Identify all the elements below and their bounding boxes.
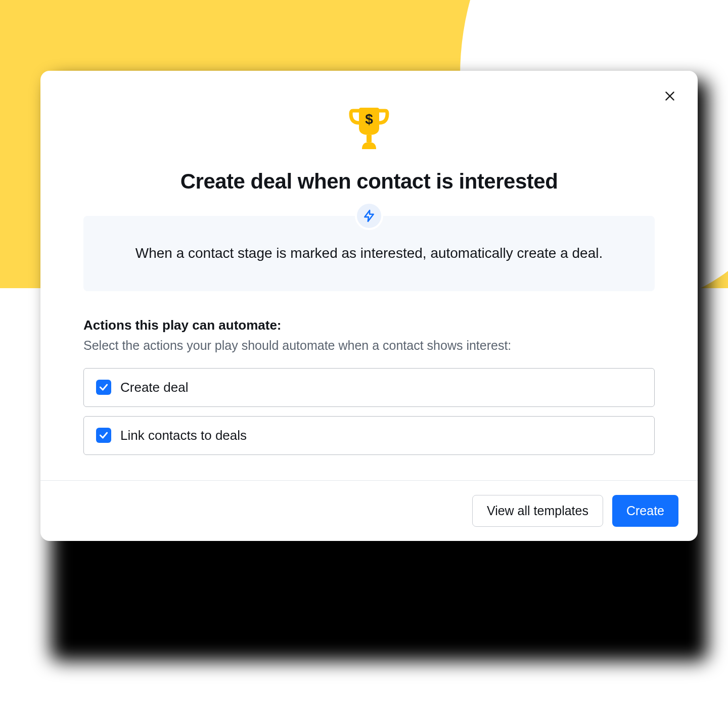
close-icon [663, 89, 676, 103]
modal-footer: View all templates Create [40, 480, 698, 541]
play-template-modal: $ Create deal when contact is interested… [40, 71, 698, 541]
modal-body: $ Create deal when contact is interested… [40, 71, 698, 480]
svg-text:$: $ [365, 111, 373, 127]
action-label: Link contacts to deals [120, 428, 247, 443]
trophy-icon-wrap: $ [83, 104, 655, 154]
check-icon [99, 430, 109, 440]
close-button[interactable] [660, 86, 680, 106]
trophy-dollar-icon: $ [344, 104, 394, 154]
bolt-badge [355, 202, 383, 230]
view-all-templates-button[interactable]: View all templates [472, 495, 603, 527]
action-item-link-contacts[interactable]: Link contacts to deals [83, 416, 655, 455]
modal-title: Create deal when contact is interested [83, 169, 655, 194]
actions-heading: Actions this play can automate: [83, 317, 655, 333]
lightning-bolt-icon [362, 209, 376, 222]
checkbox[interactable] [96, 428, 111, 443]
check-icon [99, 382, 109, 392]
svg-rect-3 [367, 135, 372, 142]
info-box-wrap: When a contact stage is marked as intere… [83, 216, 655, 291]
create-button[interactable]: Create [612, 495, 678, 527]
checkbox[interactable] [96, 380, 111, 395]
actions-subheading: Select the actions your play should auto… [83, 338, 655, 353]
action-list: Create deal Link contacts to deals [83, 368, 655, 455]
action-item-create-deal[interactable]: Create deal [83, 368, 655, 407]
action-label: Create deal [120, 380, 188, 395]
svg-marker-5 [365, 210, 373, 221]
info-text: When a contact stage is marked as intere… [114, 243, 624, 264]
